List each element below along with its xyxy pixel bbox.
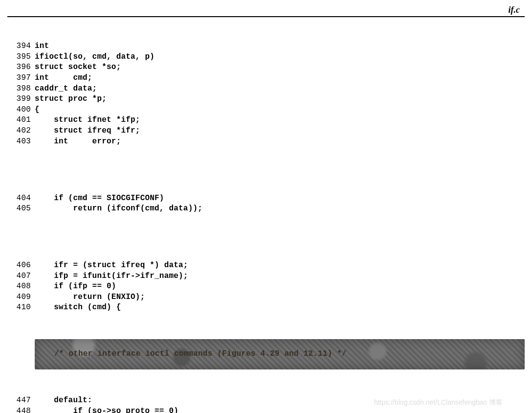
code-text: int cmd;	[35, 73, 525, 84]
code-line: 399struct proc *p;	[7, 94, 525, 105]
line-number: 395	[7, 52, 35, 63]
line-number: 407	[7, 271, 35, 282]
code-text: return (ENXIO);	[35, 292, 525, 303]
line-number: 448	[7, 406, 35, 413]
code-line: 400{	[7, 105, 525, 115]
code-text: if (ifp == 0)	[35, 281, 525, 292]
code-line: 398caddr_t data;	[7, 84, 525, 94]
code-line: 394int	[7, 41, 525, 52]
code-text: switch (cmd) {	[35, 302, 525, 313]
code-text: if (so->so_proto == 0)	[35, 406, 525, 413]
line-number: 399	[7, 94, 35, 105]
code-text: default:	[35, 395, 525, 406]
line-number: 408	[7, 281, 35, 292]
elided-code-band: /* other interface ioctl commands (Figur…	[35, 339, 525, 369]
code-line: 447 default:	[7, 395, 525, 406]
line-number: 403	[7, 137, 35, 147]
line-number: 396	[7, 62, 35, 73]
code-text: struct ifnet *ifp;	[35, 115, 525, 126]
code-text: int error;	[35, 137, 525, 147]
line-number: 405	[7, 204, 35, 214]
line-number: 402	[7, 126, 35, 137]
code-text: ifioctl(so, cmd, data, p)	[35, 52, 525, 63]
code-text: struct proc *p;	[35, 94, 525, 105]
code-line: 406 ifr = (struct ifreq *) data;	[7, 260, 525, 271]
line-number: 398	[7, 84, 35, 94]
code-text: caddr_t data;	[35, 84, 525, 94]
code-text: ifp = ifunit(ifr->ifr_name);	[35, 271, 525, 282]
code-line: 397int cmd;	[7, 73, 525, 84]
code-listing: 394int395ifioctl(so, cmd, data, p)396str…	[7, 20, 525, 413]
line-number: 394	[7, 41, 35, 52]
code-line: 402 struct ifreq *ifr;	[7, 126, 525, 137]
code-text: struct ifreq *ifr;	[35, 126, 525, 137]
line-number: 409	[7, 292, 35, 303]
rule-top	[7, 16, 525, 17]
code-line: 407 ifp = ifunit(ifr->ifr_name);	[7, 271, 525, 282]
code-line: 408 if (ifp == 0)	[7, 281, 525, 292]
code-line: 410 switch (cmd) {	[7, 302, 525, 313]
code-line: 404 if (cmd == SIOCGIFCONF)	[7, 193, 525, 204]
line-number: 397	[7, 73, 35, 84]
code-text: if (cmd == SIOCGIFCONF)	[35, 193, 525, 204]
code-line: 403 int error;	[7, 137, 525, 147]
code-line: 396struct socket *so;	[7, 62, 525, 73]
line-number: 404	[7, 193, 35, 204]
code-text: return (ifconf(cmd, data));	[35, 204, 525, 214]
code-line: 405 return (ifconf(cmd, data));	[7, 204, 525, 214]
line-number: 447	[7, 395, 35, 406]
line-number: 406	[7, 260, 35, 271]
code-text: ifr = (struct ifreq *) data;	[35, 260, 525, 271]
code-text: int	[35, 41, 525, 52]
filename-top: if.c	[7, 5, 525, 15]
code-text: {	[35, 105, 525, 115]
line-number: 400	[7, 105, 35, 115]
line-number: 410	[7, 302, 35, 313]
code-text: struct socket *so;	[35, 62, 525, 73]
code-line: 395ifioctl(so, cmd, data, p)	[7, 52, 525, 63]
line-number: 401	[7, 115, 35, 126]
code-line: 401 struct ifnet *ifp;	[7, 115, 525, 126]
code-line: 448 if (so->so_proto == 0)	[7, 406, 525, 413]
code-line: 409 return (ENXIO);	[7, 292, 525, 303]
